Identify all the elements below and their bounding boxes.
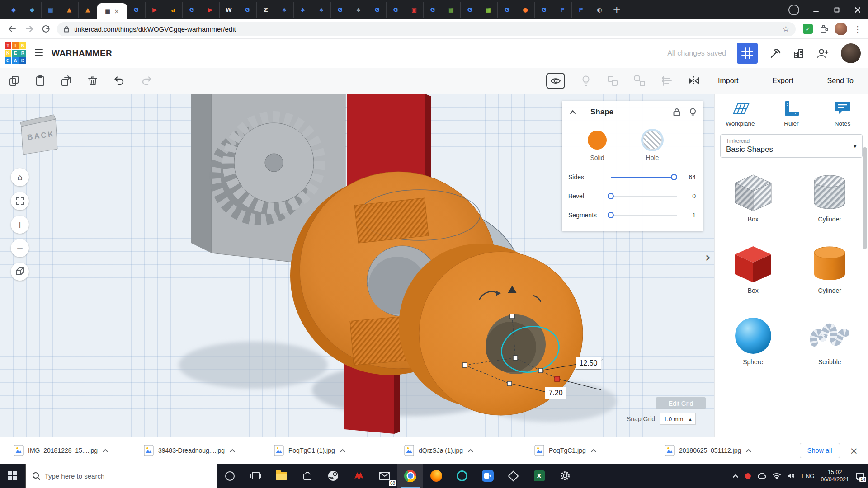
align-icon[interactable] (661, 75, 673, 87)
settings-gear-icon[interactable] (552, 464, 578, 488)
tab-close-icon[interactable]: × (114, 8, 119, 15)
task-view-icon[interactable] (243, 464, 269, 488)
forward-icon[interactable] (24, 24, 34, 34)
group-icon[interactable] (607, 75, 618, 87)
browser-tab[interactable]: G (183, 2, 201, 18)
close-downloads-icon[interactable]: × (850, 445, 858, 456)
import-button[interactable]: Import (718, 77, 738, 85)
browser-tab-active[interactable]: ▦ × (97, 3, 127, 19)
download-menu-chevron-icon[interactable] (745, 448, 752, 453)
bevel-slider[interactable] (611, 196, 677, 197)
extensions-puzzle-icon[interactable] (819, 24, 828, 33)
ruler-tool[interactable]: Ruler (766, 99, 817, 127)
firefox-icon[interactable] (423, 464, 449, 488)
new-tab-button[interactable]: + (613, 4, 621, 15)
redo-icon[interactable] (140, 75, 153, 87)
lightbulb-icon[interactable] (580, 75, 591, 87)
language-indicator[interactable]: ENG (802, 473, 814, 479)
slider-knob[interactable] (671, 174, 677, 180)
browser-tab[interactable]: a (164, 2, 183, 18)
volume-icon[interactable] (787, 473, 795, 479)
copy-icon[interactable] (8, 75, 20, 87)
view-cube[interactable]: BACK (17, 113, 62, 158)
window-close-button[interactable] (847, 0, 868, 19)
download-item[interactable]: IMG_20181228_15....jpg (0, 445, 130, 456)
send-to-button[interactable]: Send To (827, 77, 854, 85)
panel-collapse-button[interactable] (562, 101, 584, 123)
browser-tab[interactable]: ∗ (294, 2, 312, 18)
download-menu-chevron-icon[interactable] (229, 448, 236, 453)
visibility-bulb-icon[interactable] (689, 108, 697, 117)
taskbar-clock[interactable]: 15:02 06/04/2021 (821, 469, 849, 483)
search-input[interactable] (45, 472, 210, 480)
window-minimize-button[interactable] (806, 0, 826, 19)
tray-chevron-up-icon[interactable] (732, 474, 739, 478)
hole-swatch-icon[interactable] (643, 131, 662, 150)
window-maximize-button[interactable] (826, 0, 847, 19)
omnibox[interactable]: tinkercad.com/things/dtkWOGVCgqe-warhamm… (57, 22, 796, 36)
steam-icon[interactable] (320, 464, 346, 488)
zoom-out-button[interactable]: − (11, 239, 29, 257)
dimension-width-input[interactable]: 12.50 (576, 357, 601, 370)
game-app-icon[interactable] (346, 464, 372, 488)
sidebar-scrollbar[interactable] (863, 147, 867, 249)
notes-tool[interactable]: Notes (817, 99, 868, 127)
shape-cylinder-hole[interactable]: Cylinder (792, 170, 868, 223)
browser-tab[interactable]: W (220, 2, 238, 18)
undo-icon[interactable] (113, 75, 126, 87)
sides-value[interactable]: 64 (682, 174, 696, 181)
shape-sphere[interactable]: Sphere (715, 313, 792, 366)
download-menu-chevron-icon[interactable] (590, 448, 597, 453)
file-explorer-icon[interactable] (269, 464, 294, 488)
browser-tab[interactable]: ∗ (312, 2, 331, 18)
gray-wall-side[interactable] (191, 94, 212, 253)
diamond-app-icon[interactable] (500, 464, 526, 488)
browser-tab[interactable]: Z (257, 2, 275, 18)
teal-app-icon[interactable] (449, 464, 475, 488)
browser-tab[interactable]: ▦ (442, 2, 461, 18)
segments-value[interactable]: 1 (682, 211, 696, 219)
refresh-icon[interactable] (42, 24, 51, 33)
download-menu-chevron-icon[interactable] (340, 448, 346, 453)
browser-profile-avatar[interactable] (835, 23, 847, 35)
browser-tab[interactable]: P (553, 2, 572, 18)
taskbar-search[interactable] (25, 464, 217, 488)
shape-library-select[interactable]: Tinkercad Basic Shapes ▾ (720, 134, 863, 158)
perspective-toggle-button[interactable] (11, 263, 29, 281)
zoom-in-button[interactable]: + (11, 216, 29, 234)
delete-icon[interactable] (87, 75, 99, 87)
mirror-icon[interactable] (688, 75, 700, 87)
sidebar-collapse-chevron-icon[interactable]: › (705, 250, 711, 265)
browser-tab[interactable]: ▶ (201, 2, 220, 18)
chrome-taskbar-icon[interactable] (397, 464, 423, 488)
snap-grid-select[interactable]: 1.0 mm ▴ (660, 413, 696, 425)
download-item[interactable]: dQrzSJa (1).jpg (391, 445, 521, 456)
scale-handle-active[interactable] (555, 376, 560, 381)
browser-tab[interactable]: ▦ (479, 2, 498, 18)
cortana-icon[interactable] (217, 464, 243, 488)
browser-tab[interactable]: P (572, 2, 590, 18)
sides-slider[interactable] (611, 177, 677, 178)
design-menu-icon[interactable] (33, 47, 44, 60)
tray-app-icon[interactable] (745, 473, 751, 479)
blocks-view-button[interactable] (737, 43, 758, 64)
show-all-eye-button[interactable] (546, 73, 565, 89)
fit-view-button[interactable] (11, 192, 29, 210)
shape-cylinder-orange[interactable]: Cylinder (792, 242, 868, 294)
solid-swatch-icon[interactable] (588, 131, 607, 150)
segments-slider[interactable] (611, 215, 677, 216)
video-app-icon[interactable] (475, 464, 500, 488)
browser-tab[interactable]: G (331, 2, 349, 18)
edit-grid-button[interactable]: Edit Grid (656, 397, 706, 409)
browser-tab[interactable]: G (368, 2, 387, 18)
tinkercad-logo[interactable]: T I N K E R C A D (5, 42, 26, 64)
download-item[interactable]: 39483-Dreadnoug....jpg (130, 445, 260, 456)
browser-tab[interactable]: G (498, 2, 516, 18)
browser-tab[interactable]: ▦ (42, 2, 60, 18)
url-text[interactable]: tinkercad.com/things/dtkWOGVCgqe-warhamm… (74, 25, 778, 33)
gear-front[interactable] (229, 117, 319, 208)
hole-option[interactable]: Hole (633, 131, 671, 161)
browser-tab[interactable]: ◐ (590, 2, 609, 18)
browser-tab[interactable]: G (127, 2, 146, 18)
profile-circle-icon[interactable] (788, 5, 799, 15)
